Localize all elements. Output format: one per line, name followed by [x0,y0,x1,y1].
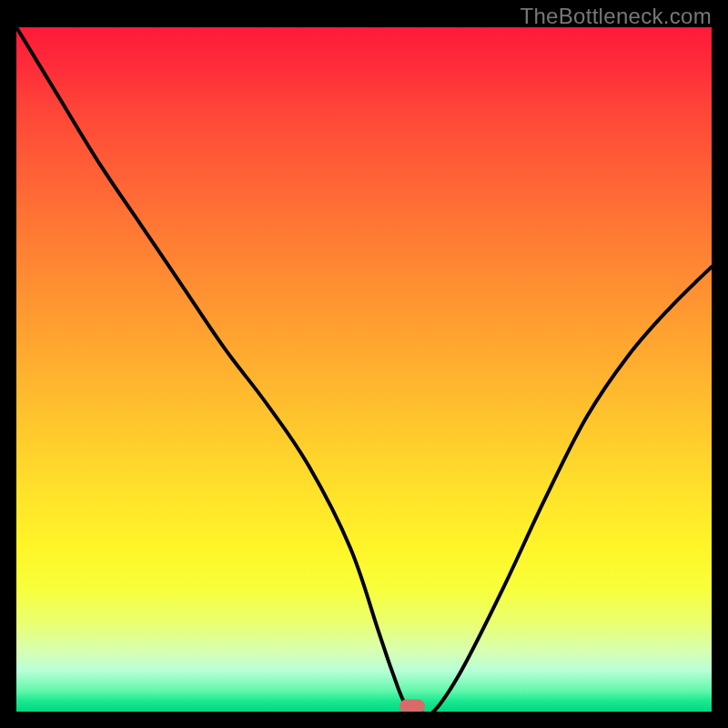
watermark-text: TheBottleneck.com [520,4,712,29]
plot-area [16,27,712,712]
bottleneck-curve [16,27,712,712]
optimum-marker [399,700,425,713]
chart-frame: TheBottleneck.com [0,0,728,728]
